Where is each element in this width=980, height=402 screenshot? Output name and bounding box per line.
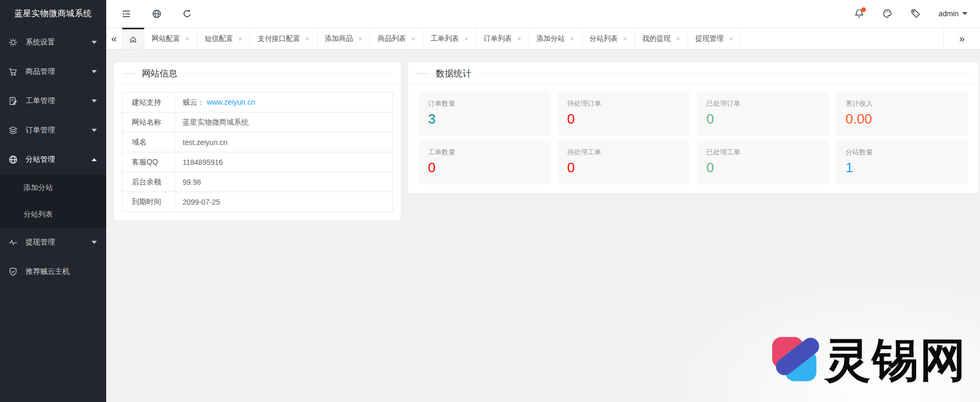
theme-palette-icon[interactable] — [882, 8, 893, 19]
tab-substation-list[interactable]: 分站列表× — [582, 28, 635, 49]
row-value: 蓝星实物微商城系统 — [175, 113, 393, 132]
sidebar-item-recommend-host[interactable]: 推荐贼云主机 — [0, 257, 106, 286]
notification-bell-icon[interactable] — [854, 8, 864, 19]
stat-card-pending-orders: 待处理订单 0 — [558, 92, 690, 136]
watermark-logo: 灵锡网 — [770, 335, 967, 385]
site-info-header: 网站信息 — [114, 62, 401, 85]
stat-card-processed-orders: 已处理订单 0 — [697, 92, 829, 136]
tab-label: 我的提现 — [643, 34, 671, 43]
sidebar-item-product-management[interactable]: 商品管理 — [0, 57, 106, 86]
row-label: 域名 — [122, 132, 175, 152]
stat-card-pending-workorders: 待处理工单 0 — [558, 141, 690, 184]
stat-label: 待处理工单 — [567, 148, 680, 157]
close-icon[interactable]: × — [517, 35, 521, 42]
stat-label: 累计收入 — [846, 99, 959, 108]
stat-value: 0.00 — [846, 111, 959, 127]
table-row: 到期时间 2099-07-25 — [122, 192, 393, 212]
sidebar-item-workorder-management[interactable]: 工单管理 — [0, 86, 106, 116]
sidebar-item-withdraw-management[interactable]: 提现管理 — [0, 228, 106, 257]
chevron-down-icon — [92, 129, 97, 132]
sidebar-item-label: 订单管理 — [26, 126, 55, 135]
support-prefix: 贼云： — [183, 98, 205, 106]
tab-order-list[interactable]: 订单列表× — [476, 28, 529, 49]
stats-title: 数据统计 — [436, 68, 471, 80]
tab-workorder-list[interactable]: 工单列表× — [423, 28, 476, 49]
tabbar: « 网站配置× 短信配置× 支付接口配置× 添加商品× 商品列表× 工单列表× … — [106, 28, 980, 50]
site-info-title: 网站信息 — [142, 68, 177, 80]
chevron-down-icon — [92, 241, 97, 244]
support-link[interactable]: www.zeiyun.cn — [207, 98, 255, 106]
refresh-icon[interactable] — [182, 8, 192, 19]
main-region: admin « 网站配置× 短信配置× 支付接口配置× 添加商品× 商品列表× … — [106, 0, 980, 402]
tabs-scroll-left[interactable]: « — [106, 28, 122, 49]
submenu-item-label: 分站列表 — [24, 210, 53, 219]
stat-value: 1 — [846, 160, 959, 176]
sidebar-item-substation-management[interactable]: 分站管理 — [0, 145, 106, 174]
table-row: 网站名称 蓝星实物微商城系统 — [122, 113, 393, 132]
username: admin — [939, 9, 959, 18]
close-icon[interactable]: × — [464, 35, 468, 42]
submenu-item-label: 添加分站 — [24, 183, 53, 193]
tab-label: 提现管理 — [695, 34, 724, 43]
stat-card-order-count: 订单数量 3 — [419, 92, 550, 136]
title-rule — [478, 73, 971, 74]
tab-site-config[interactable]: 网站配置× — [144, 28, 197, 49]
title-dash — [416, 73, 430, 74]
table-row: 建站支持 贼云： www.zeiyun.cn — [122, 93, 393, 113]
stat-value: 0 — [567, 160, 680, 176]
close-icon[interactable]: × — [729, 35, 733, 42]
notification-badge — [861, 7, 866, 12]
sidebar-subitem-add-substation[interactable]: 添加分站 — [0, 174, 106, 201]
substation-submenu: 添加分站 分站列表 — [0, 174, 106, 228]
row-label: 后台余额 — [122, 172, 175, 192]
tab-add-substation[interactable]: 添加分站× — [529, 28, 582, 49]
close-icon[interactable]: × — [411, 35, 415, 42]
tab-payment-config[interactable]: 支付接口配置× — [250, 28, 317, 49]
row-label: 建站支持 — [122, 93, 175, 113]
stat-card-processed-workorders: 已处理工单 0 — [697, 141, 829, 184]
table-row: 客服QQ 1184895916 — [122, 152, 393, 172]
sidebar-item-label: 提现管理 — [26, 238, 55, 247]
close-icon[interactable]: × — [238, 35, 242, 42]
website-globe-icon[interactable] — [151, 8, 162, 19]
row-value: 99.98 — [175, 172, 393, 192]
stat-value: 0 — [428, 160, 541, 176]
watermark-text: 灵锡网 — [825, 337, 967, 383]
close-icon[interactable]: × — [358, 35, 363, 42]
tabs-more-button[interactable]: » — [943, 28, 980, 49]
home-icon — [129, 36, 137, 43]
stats-panel: 数据统计 订单数量 3 待处理订单 0 已处理订单 0 — [408, 62, 978, 193]
tab-label: 支付接口配置 — [257, 34, 300, 43]
stat-label: 订单数量 — [428, 99, 541, 108]
sidebar-item-system-settings[interactable]: 系统设置 — [0, 28, 106, 57]
sidebar-item-label: 系统设置 — [26, 38, 55, 47]
close-icon[interactable]: × — [676, 35, 680, 42]
sidebar-item-order-management[interactable]: 订单管理 — [0, 116, 106, 145]
tab-label: 分站列表 — [590, 34, 618, 43]
tab-sms-config[interactable]: 短信配置× — [197, 28, 250, 49]
sidebar-subitem-substation-list[interactable]: 分站列表 — [0, 201, 106, 228]
stat-card-substation-count: 分站数量 1 — [836, 141, 968, 184]
stats-cards: 订单数量 3 待处理订单 0 已处理订单 0 累计收入 0.00 — [408, 85, 978, 184]
tab-withdraw-management[interactable]: 提现管理× — [688, 28, 741, 49]
collapse-sidebar-icon[interactable] — [121, 8, 131, 19]
chevron-down-icon — [92, 99, 97, 103]
close-icon[interactable]: × — [623, 35, 627, 42]
user-menu[interactable]: admin — [939, 9, 967, 18]
sidebar: 蓝星实物微商城系统 系统设置 商品管理 工单管理 — [0, 0, 106, 402]
pulse-icon — [8, 238, 18, 247]
tab-home[interactable] — [122, 28, 144, 49]
tab-add-product[interactable]: 添加商品× — [318, 28, 370, 49]
tab-product-list[interactable]: 商品列表× — [370, 28, 423, 49]
close-icon[interactable]: × — [305, 35, 309, 42]
sidebar-item-label: 推荐贼云主机 — [26, 267, 70, 276]
tab-my-withdraw[interactable]: 我的提现× — [635, 28, 688, 49]
close-icon[interactable]: × — [570, 35, 574, 42]
app-title: 蓝星实物微商城系统 — [0, 0, 106, 28]
tag-icon[interactable] — [910, 8, 921, 19]
stat-label: 工单数量 — [428, 148, 541, 157]
site-info-panel: 网站信息 建站支持 贼云： www.zeiyun.cn 网站名 — [114, 62, 401, 220]
close-icon[interactable]: × — [185, 35, 189, 42]
chevron-down-icon — [92, 41, 97, 44]
stat-value: 0 — [706, 160, 819, 176]
